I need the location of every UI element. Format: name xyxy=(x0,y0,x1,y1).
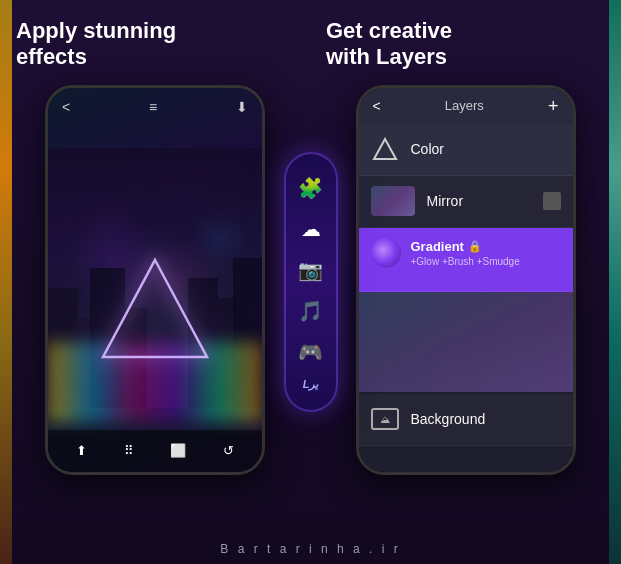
menu-icon-puzzle[interactable]: 🧩 xyxy=(295,172,327,204)
gradient-circle xyxy=(371,238,401,268)
layer-gradient-label: Gradient 🔒 xyxy=(411,239,520,254)
back-icon-left[interactable]: < xyxy=(62,99,70,115)
right-panel: Get creative with Layers < Layers + xyxy=(310,0,621,564)
bottom-icon-4[interactable]: ↺ xyxy=(223,443,234,458)
gradient-tags: +Glow +Brush +Smudge xyxy=(411,256,520,267)
phone-right: < Layers + Color Mirror xyxy=(356,85,576,475)
layer-background-label: Background xyxy=(411,411,486,427)
layer-item-color[interactable]: Color xyxy=(359,124,573,176)
right-title: Get creative with Layers xyxy=(326,18,452,71)
layer-item-mirror[interactable]: Mirror xyxy=(359,176,573,228)
gradient-info: Gradient 🔒 +Glow +Brush +Smudge xyxy=(411,239,520,267)
download-icon-left[interactable]: ⬇ xyxy=(236,99,248,115)
center-menu: 🧩 ☁ 📷 🎵 🎮 Lیر xyxy=(284,152,338,412)
layers-back-icon[interactable]: < xyxy=(373,98,381,114)
gradient-row: Gradient 🔒 +Glow +Brush +Smudge xyxy=(371,238,561,268)
left-glow xyxy=(0,0,12,564)
svg-marker-1 xyxy=(374,139,396,159)
menu-icon-gamepad[interactable]: 🎮 xyxy=(295,336,327,368)
watermark: B a r t a r i n h a . i r xyxy=(220,542,400,556)
menu-icon-left[interactable]: ≡ xyxy=(149,99,157,115)
layers-plus-icon[interactable]: + xyxy=(548,97,559,115)
layer-bg-image xyxy=(359,292,573,392)
layer-item-gradient[interactable]: Gradient 🔒 +Glow +Brush +Smudge xyxy=(359,228,573,292)
main-container: Apply stunning effects < ≡ ⬇ xyxy=(0,0,621,564)
menu-logo: Lیر xyxy=(299,377,323,391)
layers-title: Layers xyxy=(445,98,484,113)
bottom-icon-2[interactable]: ⠿ xyxy=(124,443,134,458)
background-layer-icon xyxy=(371,408,399,430)
menu-icon-camera[interactable]: 📷 xyxy=(295,254,327,286)
mirror-thumbnail xyxy=(371,186,415,216)
layers-header: < Layers + xyxy=(359,88,573,124)
phone-top-bar-left: < ≡ ⬇ xyxy=(48,88,262,126)
svg-marker-0 xyxy=(103,260,207,357)
left-title: Apply stunning effects xyxy=(16,18,176,71)
right-glow xyxy=(609,0,621,564)
layer-item-background[interactable]: Background xyxy=(359,394,573,446)
layer-triangle-icon xyxy=(371,135,399,163)
menu-icon-music[interactable]: 🎵 xyxy=(295,295,327,327)
layer-color-label: Color xyxy=(411,141,444,157)
bottom-icon-1[interactable]: ⬆ xyxy=(76,443,87,458)
phone-left: < ≡ ⬇ xyxy=(45,85,265,475)
mirror-layer-icon xyxy=(543,192,561,210)
left-panel: Apply stunning effects < ≡ ⬇ xyxy=(0,0,310,564)
bottom-icon-3[interactable]: ⬜ xyxy=(170,443,186,458)
menu-icon-cloud[interactable]: ☁ xyxy=(295,213,327,245)
phone-bottom-bar-left: ⬆ ⠿ ⬜ ↺ xyxy=(48,430,262,472)
layer-mirror-label: Mirror xyxy=(427,193,464,209)
